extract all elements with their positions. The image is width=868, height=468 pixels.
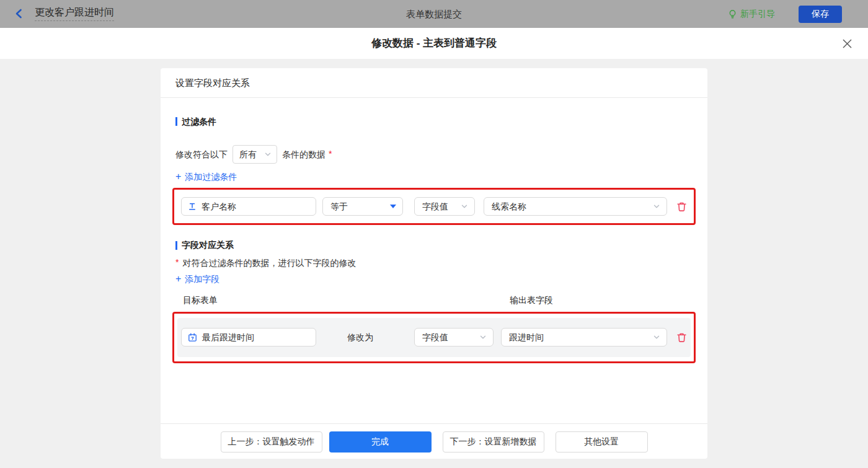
chevron-down-icon <box>461 203 468 210</box>
trash-icon <box>676 201 687 212</box>
modify-to-label: 修改为 <box>347 332 382 342</box>
chevron-down-icon <box>264 151 272 158</box>
operator-select[interactable]: 等于 <box>322 197 403 216</box>
card-footer: 上一步：设置触发动作 完成 下一步：设置新增数据 其他设置 <box>161 423 707 459</box>
topbar: 更改客户跟进时间 表单数据提交 新手引导 保存 <box>0 0 868 28</box>
delete-mapping-button[interactable] <box>676 332 687 343</box>
mapping-description: * 对符合过滤条件的数据，进行以下字段的修改 <box>175 258 693 268</box>
chevron-down-icon <box>479 333 487 341</box>
match-mode-select[interactable]: 所有 <box>232 145 277 164</box>
column-target-form: 目标表单 <box>183 295 218 305</box>
mapping-section-title: 字段对应关系 <box>175 240 693 250</box>
guide-label: 新手引导 <box>740 9 775 19</box>
save-button[interactable]: 保存 <box>799 6 842 23</box>
column-output-field: 输出表字段 <box>510 295 553 305</box>
section-bar <box>175 241 177 250</box>
match-prefix: 修改符合以下 <box>175 149 228 159</box>
value-field-select[interactable]: 线索名称 <box>484 197 667 216</box>
settings-card: 设置字段对应关系 过滤条件 修改符合以下 所有 条件的数据 * + 添加过滤条件 <box>161 68 707 459</box>
caret-down-icon <box>390 205 396 208</box>
other-settings-button[interactable]: 其他设置 <box>556 431 648 453</box>
match-suffix: 条件的数据 <box>282 149 326 159</box>
delete-filter-button[interactable] <box>676 201 687 212</box>
card-header: 设置字段对应关系 <box>161 68 707 98</box>
close-icon[interactable] <box>842 38 852 49</box>
calendar-icon <box>188 333 197 342</box>
chevron-down-icon <box>653 333 660 341</box>
add-field-button[interactable]: + 添加字段 <box>175 273 693 285</box>
filter-section-title: 过滤条件 <box>175 117 693 126</box>
mapping-row: 最后跟进时间 修改为 字段值 跟进时间 <box>177 318 691 357</box>
add-filter-button[interactable]: + 添加过滤条件 <box>175 171 693 182</box>
filter-condition-row: 客户名称 等于 字段值 线索名称 <box>181 197 687 216</box>
filter-field-input[interactable]: 客户名称 <box>181 197 316 216</box>
modal-header: 修改数据 - 主表到普通字段 <box>0 28 868 59</box>
filter-match-line: 修改符合以下 所有 条件的数据 * <box>175 145 693 164</box>
prev-step-button[interactable]: 上一步：设置触发动作 <box>221 431 322 453</box>
done-button[interactable]: 完成 <box>329 431 432 453</box>
mapping-value-type-select[interactable]: 字段值 <box>414 328 494 347</box>
plus-icon: + <box>175 273 181 285</box>
plus-icon: + <box>175 171 181 182</box>
next-step-button[interactable]: 下一步：设置新增数据 <box>443 431 544 453</box>
value-type-select[interactable]: 字段值 <box>414 197 475 216</box>
required-asterisk: * <box>329 149 332 159</box>
mapping-row-highlight: 最后跟进时间 修改为 字段值 跟进时间 <box>172 312 696 363</box>
filter-row-highlight: 客户名称 等于 字段值 线索名称 <box>172 188 696 225</box>
lightbulb-icon <box>728 9 737 19</box>
target-field-input[interactable]: 最后跟进时间 <box>181 328 316 347</box>
required-asterisk: * <box>175 257 179 267</box>
mapping-value-field-select[interactable]: 跟进时间 <box>501 328 667 347</box>
modal-title: 修改数据 - 主表到普通字段 <box>371 37 497 50</box>
trash-icon <box>676 332 687 343</box>
section-bar <box>175 117 177 126</box>
mapping-column-labels: 目标表单 输出表字段 <box>175 295 693 305</box>
modal-body: 设置字段对应关系 过滤条件 修改符合以下 所有 条件的数据 * + 添加过滤条件 <box>0 59 868 468</box>
chevron-down-icon <box>653 203 660 210</box>
text-field-icon <box>188 202 197 211</box>
guide-link[interactable]: 新手引导 <box>728 9 775 19</box>
